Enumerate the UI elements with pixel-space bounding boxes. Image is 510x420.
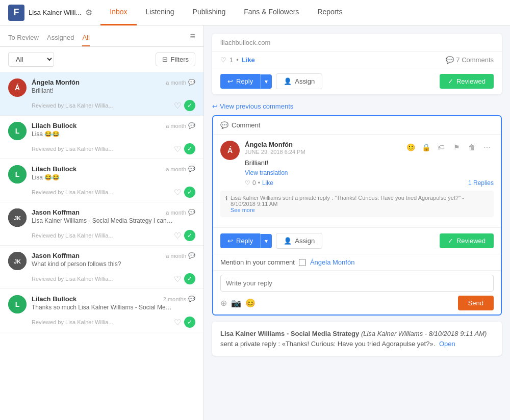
left-panel: To Review Assigned All ≡ All ⊟ Filters Á — [0, 25, 204, 420]
item-text-5: What kind of person follows this? — [32, 260, 174, 268]
view-previous-comments[interactable]: ↩ View previous comments — [212, 99, 502, 115]
item-name-4: Jason Koffman — [32, 208, 80, 216]
svg-text:JK: JK — [14, 258, 21, 265]
nav-link-reports[interactable]: Reports — [308, 0, 351, 25]
all-filter-select[interactable]: All — [8, 52, 54, 67]
inner-reply-dropdown[interactable]: ▾ — [260, 234, 272, 248]
check-btn-1[interactable]: ✓ — [184, 100, 195, 111]
item-text-6: Thanks so much Lisa Kalner Williams - So… — [32, 304, 174, 311]
item-text-4: Lisa Kalner Williams - Social Media Stra… — [32, 217, 174, 224]
tab-all[interactable]: All — [82, 31, 89, 46]
item-time-5: a month 💬 — [166, 252, 195, 259]
top-reply-btn-group: ↩ Reply ▾ — [220, 74, 272, 89]
item-time-1: a month 💬 — [166, 79, 195, 86]
list-view-icon[interactable]: ≡ — [190, 31, 195, 46]
item-reviewed-1: Reviewed by Lisa Kalner Willia... — [32, 102, 113, 109]
check-btn-3[interactable]: ✓ — [184, 187, 195, 198]
tag-icon-btn[interactable]: ⚑ — [450, 141, 463, 154]
svg-text:L: L — [15, 300, 20, 308]
like-link[interactable]: Like — [242, 56, 255, 64]
heart-btn-2[interactable]: ♡ — [174, 144, 181, 154]
item-time-2: a month 💬 — [166, 122, 195, 129]
assign-icon-top: 👤 — [284, 77, 292, 85]
comments-count: 💬 7 Comments — [446, 56, 494, 64]
filter-icon: ⊟ — [162, 56, 168, 63]
private-notice: ℹ Lisa Kalner Williams sent a private re… — [220, 191, 494, 217]
open-link[interactable]: Open — [439, 340, 455, 348]
item-name-2: Lilach Bullock — [32, 122, 76, 129]
inner-reviewed-button[interactable]: ✓ Reviewed — [440, 233, 494, 248]
bookmark-icon-btn[interactable]: 🏷 — [435, 141, 448, 154]
item-name-6: Lilach Bullock — [32, 295, 76, 303]
emoji-icon-btn[interactable]: 😊 — [245, 298, 256, 308]
reply-icon-top: ↩ — [227, 77, 233, 85]
item-text-3: Lisa 😂😂 — [32, 174, 195, 181]
item-time-4: a month 💬 — [166, 209, 195, 216]
svg-text:L: L — [15, 170, 20, 178]
top-reply-button[interactable]: ↩ Reply — [220, 74, 260, 89]
nav-link-fans[interactable]: Fans & Followers — [235, 0, 308, 25]
see-more-link[interactable]: See more — [231, 207, 255, 213]
check-btn-2[interactable]: ✓ — [184, 143, 195, 154]
account-name: Lisa Kalner Willi... — [29, 9, 81, 16]
top-reply-dropdown[interactable]: ▾ — [260, 74, 272, 89]
mention-checkbox[interactable] — [299, 259, 306, 266]
inbox-item-5[interactable]: JK Jason Koffman a month 💬 What kind of … — [0, 246, 203, 289]
check-btn-5[interactable]: ✓ — [184, 273, 195, 284]
send-button[interactable]: Send — [458, 296, 494, 310]
top-reviewed-button[interactable]: ✓ Reviewed — [440, 74, 494, 89]
inner-assign-button[interactable]: 👤 Assign — [276, 233, 322, 249]
check-btn-6[interactable]: ✓ — [184, 317, 195, 328]
item-name-3: Lilach Bullock — [32, 165, 76, 173]
item-reviewed-5: Reviewed by Lisa Kalner Willia... — [32, 276, 113, 282]
replies-link[interactable]: 1 Replies — [468, 179, 494, 187]
heart-btn-3[interactable]: ♡ — [174, 188, 181, 197]
filters-row: All ⊟ Filters — [0, 47, 203, 72]
comment-like-link[interactable]: Like — [262, 179, 273, 187]
lock-icon-btn[interactable]: 🔒 — [419, 141, 432, 154]
trash-icon-btn[interactable]: 🗑 — [465, 141, 478, 154]
heart-btn-6[interactable]: ♡ — [174, 318, 181, 327]
gear-icon[interactable]: ⚙ — [85, 8, 92, 17]
inner-reply-button[interactable]: ↩ Reply — [220, 233, 260, 248]
item-name-5: Jason Koffman — [32, 252, 80, 259]
heart-btn-5[interactable]: ♡ — [174, 274, 181, 284]
filters-button[interactable]: ⊟ Filters — [156, 52, 195, 66]
inbox-item-6[interactable]: L Lilach Bullock 2 months 💬 Thanks so mu… — [0, 289, 203, 332]
attachment-icon-btn[interactable]: ⊕ — [220, 298, 227, 308]
avatar-jason-4: JK — [8, 208, 27, 227]
nav-link-publishing[interactable]: Publishing — [184, 0, 235, 25]
likes-count: 1 — [230, 56, 233, 64]
comment-main: Á Ángela Monfón JUNE 29, 2018 6:24 PM 🙂 … — [213, 135, 501, 227]
translation-link[interactable]: View translation — [245, 169, 288, 176]
reply-input[interactable] — [220, 275, 494, 292]
heart-btn-4[interactable]: ♡ — [174, 231, 181, 241]
heart-btn-1[interactable]: ♡ — [174, 101, 181, 111]
reply-icon-inner: ↩ — [227, 237, 233, 245]
avatar-lilach-2: L — [8, 122, 27, 140]
item-text-2: Lisa 😂😂 — [32, 130, 195, 138]
nav-link-listening[interactable]: Listening — [137, 0, 184, 25]
inbox-item-3[interactable]: L Lilach Bullock a month 💬 Lisa 😂😂 Revie… — [0, 159, 203, 202]
smiley-icon-btn[interactable]: 🙂 — [404, 141, 417, 154]
inner-reply-btn-group: ↩ Reply ▾ — [220, 233, 272, 248]
comment-action-icons: 🙂 🔒 🏷 ⚑ 🗑 ⋯ — [404, 141, 494, 154]
inbox-list: Á Ángela Monfón a month 💬 Brilliant! Rev… — [0, 72, 203, 420]
inbox-item-1[interactable]: Á Ángela Monfón a month 💬 Brilliant! Rev… — [0, 72, 203, 116]
top-assign-button[interactable]: 👤 Assign — [276, 73, 322, 89]
tab-assigned[interactable]: Assigned — [47, 31, 74, 46]
item-reviewed-3: Reviewed by Lisa Kalner Willia... — [32, 189, 113, 195]
more-icon-btn[interactable]: ⋯ — [480, 141, 494, 154]
check-btn-4[interactable]: ✓ — [184, 230, 195, 241]
camera-icon-btn[interactable]: 📷 — [231, 298, 241, 308]
avatar-jason-5: JK — [8, 252, 27, 270]
comment-section-header: 💬 Comment — [213, 116, 501, 135]
tab-to-review[interactable]: To Review — [8, 31, 39, 46]
nav-link-inbox[interactable]: Inbox — [100, 0, 136, 25]
comment-author-date: JUNE 29, 2018 6:24 PM — [245, 149, 305, 155]
check-icon-top: ✓ — [448, 77, 453, 85]
right-panel: lilachbullock.com ♡ 1 • Like 💬 7 Comment… — [204, 25, 510, 420]
inbox-item-2[interactable]: L Lilach Bullock a month 💬 Lisa 😂😂 Revie… — [0, 116, 203, 159]
inbox-item-4[interactable]: JK Jason Koffman a month 💬 Lisa Kalner W… — [0, 202, 203, 246]
private-reply-card: Lisa Kalner Williams - Social Media Stra… — [212, 322, 502, 356]
